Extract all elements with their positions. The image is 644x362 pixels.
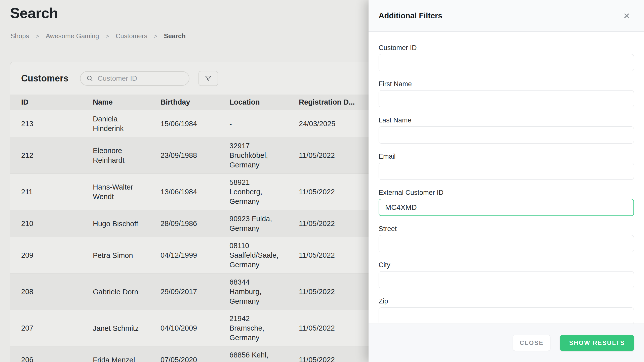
breadcrumb-awesome-gaming[interactable]: Awesome Gaming (46, 32, 99, 40)
customer-id-search-box[interactable] (80, 71, 189, 86)
close-button[interactable]: CLOSE (513, 335, 550, 351)
page-title: Search (10, 5, 58, 21)
filter-field: Zip (379, 297, 634, 324)
column-header-id[interactable]: ID (10, 95, 93, 110)
cell-registration-date: 11/05/2022 (299, 137, 359, 173)
cell-location: 68856 Kehl, Germany (229, 346, 299, 362)
column-header-location[interactable]: Location (229, 95, 299, 110)
cell-name: Eleonore Reinhardt (93, 137, 160, 173)
additional-filters-title: Additional Filters (379, 11, 442, 20)
filter-field-label: External Customer ID (379, 189, 634, 197)
additional-filters-body: Customer ID First Name Last Name Email E… (369, 32, 644, 324)
filter-field-label: First Name (379, 80, 634, 88)
column-header-name[interactable]: Name (93, 95, 160, 110)
cell-birthday: 23/09/1988 (160, 137, 229, 173)
breadcrumb-search-current: Search (164, 32, 186, 40)
breadcrumb-separator-icon: > (154, 33, 157, 40)
cell-registration-date: 11/05/2022 (299, 273, 359, 310)
cell-name: Gabriele Dorn (93, 273, 160, 310)
cell-location: 58921 Leonberg, Germany (229, 173, 299, 210)
filter-field: External Customer ID (379, 189, 634, 216)
filter-field-label: Street (379, 225, 634, 233)
additional-filters-footer: CLOSE SHOW RESULTS (369, 324, 644, 362)
additional-filters-header: Additional Filters (369, 0, 644, 32)
funnel-icon (204, 74, 213, 83)
filter-field: First Name (379, 80, 634, 107)
filter-field-input[interactable] (379, 126, 634, 144)
search-icon (86, 75, 94, 82)
filter-field-input[interactable] (379, 235, 634, 252)
cell-birthday: 28/09/1986 (160, 210, 229, 237)
cell-location: 08110 Saalfeld/Saale, Germany (229, 237, 299, 273)
breadcrumb-separator-icon: > (36, 33, 39, 40)
cell-id: 206 (10, 346, 93, 362)
cell-id: 212 (10, 137, 93, 173)
breadcrumb-shops[interactable]: Shops (11, 32, 29, 40)
cell-birthday: 15/06/1984 (160, 110, 229, 137)
cell-location: - (229, 110, 299, 137)
filter-field-input[interactable] (379, 271, 634, 288)
cell-location: 68344 Hamburg, Germany (229, 273, 299, 310)
cell-registration-date: 11/05/2022 (299, 173, 359, 210)
customers-card-title: Customers (21, 73, 68, 84)
close-icon (623, 12, 630, 20)
cell-registration-date: 11/05/2022 (299, 237, 359, 273)
cell-name: Frida Menzel (93, 346, 160, 362)
cell-name: Janet Schmitz (93, 310, 160, 346)
filter-field-label: Zip (379, 297, 634, 305)
cell-registration-date: 11/05/2022 (299, 346, 359, 362)
filter-field: City (379, 261, 634, 288)
filter-field-label: Email (379, 153, 634, 160)
filter-field: Street (379, 225, 634, 252)
cell-id: 209 (10, 237, 93, 273)
cell-name: Daniela Hinderink (93, 110, 160, 137)
filter-field-input[interactable] (379, 199, 634, 216)
filter-field-input[interactable] (379, 90, 634, 107)
cell-location: 90923 Fulda, Germany (229, 210, 299, 237)
breadcrumb-separator-icon: > (106, 33, 109, 40)
cell-location: 21942 Bramsche, Germany (229, 310, 299, 346)
breadcrumb: Shops > Awesome Gaming > Customers > Sea… (11, 32, 186, 40)
filter-field-label: City (379, 261, 634, 269)
filter-field-label: Customer ID (379, 44, 634, 52)
filter-field: Customer ID (379, 44, 634, 71)
cell-registration-date: 11/05/2022 (299, 310, 359, 346)
filter-field: Email (379, 153, 634, 180)
cell-id: 213 (10, 110, 93, 137)
filter-field-input[interactable] (379, 307, 634, 324)
cell-name: Hans-Walter Wendt (93, 173, 160, 210)
additional-filters-panel: Additional Filters Customer ID First Nam… (369, 0, 644, 362)
cell-birthday: 04/10/2009 (160, 310, 229, 346)
cell-id: 207 (10, 310, 93, 346)
column-header-birthday[interactable]: Birthday (160, 95, 229, 110)
cell-id: 211 (10, 173, 93, 210)
column-header-registration-date[interactable]: Registration D... (299, 95, 359, 110)
cell-birthday: 07/05/2020 (160, 346, 229, 362)
cell-name: Petra Simon (93, 237, 160, 273)
show-results-button[interactable]: SHOW RESULTS (560, 335, 634, 351)
filter-field-input[interactable] (379, 163, 634, 180)
close-panel-button[interactable] (621, 11, 632, 21)
cell-birthday: 13/06/1984 (160, 173, 229, 210)
filter-button[interactable] (198, 71, 218, 86)
cell-birthday: 29/09/2017 (160, 273, 229, 310)
filter-field-input[interactable] (379, 54, 634, 71)
filter-field-label: Last Name (379, 116, 634, 124)
cell-name: Hugo Bischoff (93, 210, 160, 237)
cell-registration-date: 11/05/2022 (299, 210, 359, 237)
cell-id: 210 (10, 210, 93, 237)
filter-field: Last Name (379, 116, 634, 144)
cell-birthday: 04/12/1999 (160, 237, 229, 273)
cell-id: 208 (10, 273, 93, 310)
cell-registration-date: 24/03/2025 (299, 110, 359, 137)
customer-id-search-input[interactable] (97, 74, 184, 83)
cell-location: 32917 Bruchköbel, Germany (229, 137, 299, 173)
breadcrumb-customers[interactable]: Customers (116, 32, 147, 40)
